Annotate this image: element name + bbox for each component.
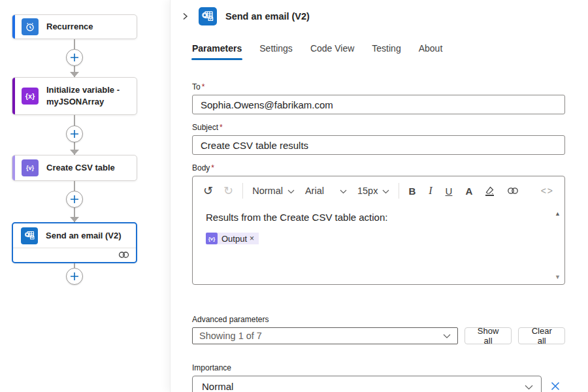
action-config-panel: Send an email (V2) Parameters Settings C… bbox=[170, 0, 588, 392]
panel-title: Send an email (V2) bbox=[225, 11, 310, 22]
italic-button[interactable]: I bbox=[429, 185, 432, 197]
panel-tabs: Parameters Settings Code View Testing Ab… bbox=[192, 43, 588, 60]
subject-label: Subject* bbox=[192, 123, 565, 132]
data-operation-icon: {v} bbox=[22, 159, 39, 176]
node-initialize-variable[interactable]: {x} Initialize variable - myJSONArray bbox=[12, 77, 137, 115]
data-operation-icon: {v} bbox=[206, 233, 218, 244]
font-color-button[interactable]: A bbox=[465, 186, 472, 197]
recurrence-clock-icon bbox=[22, 18, 39, 35]
scroll-up-icon[interactable]: ▲ bbox=[555, 210, 561, 217]
connection-link-icon bbox=[118, 250, 129, 261]
required-asterisk: * bbox=[202, 82, 205, 91]
chevron-down-icon bbox=[525, 381, 533, 392]
advanced-parameters-label: Advanced parameters bbox=[192, 315, 565, 324]
tab-parameters[interactable]: Parameters bbox=[192, 43, 242, 60]
insert-step-button[interactable] bbox=[66, 49, 83, 66]
node-recurrence[interactable]: Recurrence bbox=[12, 14, 137, 39]
node-title: Initialize variable - myJSONArray bbox=[46, 84, 131, 107]
connector-arrow-icon bbox=[70, 150, 79, 155]
chevron-down-icon bbox=[382, 186, 389, 196]
insert-step-button[interactable] bbox=[66, 125, 83, 142]
paragraph-style-select[interactable]: Normal bbox=[252, 186, 295, 196]
toolbar-divider bbox=[242, 183, 243, 199]
tab-settings[interactable]: Settings bbox=[259, 43, 293, 60]
required-asterisk: * bbox=[211, 163, 214, 172]
chevron-down-icon bbox=[340, 186, 347, 196]
tab-testing[interactable]: Testing bbox=[372, 43, 400, 60]
code-view-button[interactable]: <> bbox=[541, 186, 554, 196]
font-family-select[interactable]: Arial bbox=[305, 186, 347, 196]
to-input[interactable]: Sophia.Owens@fabrikam.com bbox=[192, 95, 565, 114]
tab-about[interactable]: About bbox=[419, 43, 443, 60]
node-title: Create CSV table bbox=[46, 162, 115, 174]
insert-step-button[interactable] bbox=[66, 191, 83, 208]
node-send-an-email[interactable]: Send an email (V2) bbox=[12, 222, 137, 263]
rich-text-editor: ↺ ↻ Normal Arial bbox=[192, 176, 565, 285]
underline-button[interactable]: U bbox=[446, 186, 453, 197]
flow-canvas: Recurrence {x} Initialize variable - myJ… bbox=[0, 0, 170, 392]
node-title: Recurrence bbox=[46, 21, 93, 33]
importance-label: Importance bbox=[192, 363, 565, 372]
tab-code-view[interactable]: Code View bbox=[310, 43, 354, 60]
outlook-icon bbox=[199, 7, 217, 25]
scroll-down-icon[interactable]: ▼ bbox=[555, 274, 561, 280]
body-text: Results from the Create CSV table action… bbox=[206, 212, 547, 223]
token-label: Output × bbox=[218, 233, 259, 244]
bold-button[interactable]: B bbox=[408, 186, 416, 197]
link-button[interactable] bbox=[507, 187, 519, 195]
highlight-button[interactable] bbox=[485, 186, 494, 196]
redo-icon[interactable]: ↻ bbox=[223, 184, 233, 198]
parameters-form: To* Sophia.Owens@fabrikam.com Subject* C… bbox=[192, 82, 565, 392]
chevron-down-icon bbox=[443, 331, 451, 341]
outlook-icon bbox=[21, 227, 38, 244]
remove-token-icon[interactable]: × bbox=[250, 234, 254, 243]
chevron-down-icon bbox=[287, 186, 295, 196]
connector-arrow-icon bbox=[70, 217, 79, 222]
required-asterisk: * bbox=[220, 123, 223, 132]
connector-arrow-icon bbox=[70, 72, 79, 77]
to-label: To* bbox=[192, 82, 565, 91]
collapse-panel-chevron-icon[interactable] bbox=[179, 10, 191, 22]
clear-all-button[interactable]: Clear all bbox=[518, 327, 565, 344]
clear-importance-icon[interactable] bbox=[550, 381, 561, 391]
node-accent-bar bbox=[12, 15, 15, 39]
importance-dropdown[interactable]: Normal bbox=[192, 376, 542, 392]
output-token-chip[interactable]: {v} Output × bbox=[206, 233, 259, 244]
node-title: Send an email (V2) bbox=[46, 230, 122, 242]
flow-designer-app: Recurrence {x} Initialize variable - myJ… bbox=[0, 0, 588, 392]
show-all-button[interactable]: Show all bbox=[465, 327, 512, 344]
editor-toolbar: ↺ ↻ Normal Arial bbox=[193, 176, 564, 205]
connector-line bbox=[74, 263, 75, 268]
toolbar-divider bbox=[399, 183, 399, 199]
variable-braces-icon: {x} bbox=[22, 88, 39, 105]
node-accent-bar bbox=[12, 155, 15, 180]
insert-step-button[interactable] bbox=[66, 268, 83, 285]
subject-input[interactable]: Create CSV table results bbox=[192, 135, 565, 155]
font-size-select[interactable]: 15px bbox=[357, 186, 389, 196]
panel-header: Send an email (V2) bbox=[171, 0, 588, 25]
node-accent-bar bbox=[12, 78, 15, 114]
body-editor-content[interactable]: Results from the Create CSV table action… bbox=[193, 205, 564, 244]
node-create-csv-table[interactable]: {v} Create CSV table bbox=[12, 155, 137, 181]
body-label: Body* bbox=[192, 163, 565, 172]
advanced-parameters-dropdown[interactable]: Showing 1 of 7 bbox=[192, 327, 458, 344]
undo-icon[interactable]: ↺ bbox=[203, 184, 213, 198]
